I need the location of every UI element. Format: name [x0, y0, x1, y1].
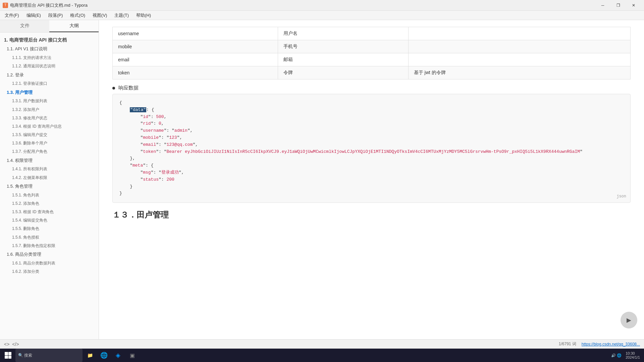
word-count: 1/6791 词	[559, 341, 576, 347]
sidebar-item[interactable]: 1.2.1. 登录验证接口	[0, 79, 99, 88]
bottombar: <> </> 1/6791 词 https://blog.csdn.net/qq…	[0, 339, 644, 349]
code-block: { "data": { "id": 500, "rid": 0, "userna…	[112, 94, 631, 203]
table-cell: mobile	[113, 40, 278, 53]
sidebar-item[interactable]: 1.5.2. 添加角色	[0, 199, 99, 208]
sidebar-item[interactable]: 1.6.2. 添加分类	[0, 267, 99, 276]
menu-item-F[interactable]: 文件(F)	[1, 12, 22, 19]
taskbar-app4[interactable]: ▣	[125, 349, 139, 362]
table-cell	[408, 27, 630, 40]
menu-item-E[interactable]: 编辑(E)	[23, 12, 44, 19]
menubar: 文件(F)编辑(E)段落(P)格式(O)视图(V)主题(T)帮助(H)	[0, 11, 644, 20]
taskbar-vscode[interactable]: ◈	[111, 349, 125, 362]
system-tray: 🔊 🌐	[611, 353, 622, 358]
sidebar-item[interactable]: 1.3.3. 修改用户状态	[0, 114, 99, 122]
start-button[interactable]	[1, 349, 15, 362]
window-controls: ─ ❐ ✕	[595, 0, 641, 11]
video-icon[interactable]: ▶	[621, 312, 637, 328]
table-cell	[408, 53, 630, 66]
tab-outline[interactable]: 大纲	[49, 20, 99, 32]
table-cell: 令牌	[278, 66, 408, 79]
code-lang-badge: json	[616, 193, 626, 200]
main-content: username用户名mobile手机号email邮箱token令牌基于 jwt…	[99, 20, 644, 339]
sidebar-item[interactable]: 1.5.7. 删除角色指定权限	[0, 242, 99, 250]
app-icon: T	[3, 3, 8, 8]
close-button[interactable]: ✕	[626, 0, 641, 11]
sidebar: 文件 大纲 1. 电商管理后台 API 接口文档1.1. API V1 接口说明…	[0, 20, 99, 339]
sidebar-item[interactable]: 1.5.5. 删除角色	[0, 225, 99, 233]
clock: 10:302024/1/1	[626, 351, 640, 359]
taskbar-browser[interactable]: 🌐	[97, 349, 111, 362]
sidebar-item[interactable]: 1.6.1. 商品分类数据列表	[0, 259, 99, 267]
sidebar-item[interactable]: 1.3.6. 删除单个用户	[0, 139, 99, 147]
table-cell: email	[113, 53, 278, 66]
tab-file[interactable]: 文件	[0, 20, 49, 32]
sidebar-item[interactable]: 1.1.1. 支持的请求方法	[0, 54, 99, 62]
sidebar-item[interactable]: 1.3.2. 添加用户	[0, 106, 99, 114]
sidebar-item[interactable]: 1.6. 商品分类管理	[0, 250, 99, 259]
sidebar-content[interactable]: 1. 电商管理后台 API 接口文档1.1. API V1 接口说明1.1.1.…	[0, 33, 99, 339]
menu-item-T[interactable]: 主题(T)	[111, 12, 132, 19]
window-title: 电商管理后台 API 接口文档.md - Typora	[10, 2, 88, 8]
taskbar-search[interactable]: 🔍 搜索	[15, 349, 83, 362]
tag-icon[interactable]: </>	[12, 342, 19, 347]
table-cell: username	[113, 27, 278, 40]
table-cell: 基于 jwt 的令牌	[408, 66, 630, 79]
titlebar-left: T 电商管理后台 API 接口文档.md - Typora	[3, 2, 88, 8]
sidebar-item[interactable]: 1.4. 权限管理	[0, 156, 99, 165]
bottombar-right: 1/6791 词 https://blog.csdn.net/qq_33608.…	[559, 341, 640, 347]
sidebar-item[interactable]: 1.5.6. 角色授权	[0, 233, 99, 242]
sidebar-item[interactable]: 1.5.4. 编辑提交角色	[0, 216, 99, 225]
sidebar-item[interactable]: 1.5.3. 根据 ID 查询角色	[0, 208, 99, 216]
bottombar-left: <> </>	[4, 342, 19, 347]
sidebar-item[interactable]: 1.5. 角色管理	[0, 182, 99, 191]
minimize-button[interactable]: ─	[595, 0, 610, 11]
titlebar: T 电商管理后台 API 接口文档.md - Typora ─ ❐ ✕	[0, 0, 644, 11]
table-cell: 手机号	[278, 40, 408, 53]
sidebar-item[interactable]: 1.3.5. 编辑用户提交	[0, 131, 99, 139]
content-wrapper: 文件 大纲 1. 电商管理后台 API 接口文档1.1. API V1 接口说明…	[0, 20, 644, 339]
table-cell: 用户名	[278, 27, 408, 40]
menu-item-P[interactable]: 段落(P)	[45, 12, 66, 19]
code-icon[interactable]: <>	[4, 342, 9, 347]
taskbar: 🔍 搜索 📁 🌐 ◈ ▣ 🔊 🌐 10:302024/1/1	[0, 349, 644, 362]
bullet-icon	[112, 87, 115, 89]
menu-item-V[interactable]: 视图(V)	[89, 12, 110, 19]
table-cell: token	[113, 66, 278, 79]
table-cell: 邮箱	[278, 53, 408, 66]
sidebar-item[interactable]: 1.3.4. 根据 ID 查询用户信息	[0, 122, 99, 131]
sidebar-item[interactable]: 1.3.7. 分配用户角色	[0, 147, 99, 156]
response-data-label: 响应数据	[112, 85, 631, 91]
sidebar-tabs: 文件 大纲	[0, 20, 99, 33]
sidebar-item[interactable]: 1.4.2. 左侧菜单权限	[0, 174, 99, 182]
maximize-button[interactable]: ❐	[610, 0, 626, 11]
url-link[interactable]: https://blog.csdn.net/qq_33608...	[582, 342, 640, 347]
taskbar-file-explorer[interactable]: 📁	[83, 349, 97, 362]
table-cell	[408, 40, 630, 53]
sidebar-item[interactable]: 1.3.1. 用户数据列表	[0, 97, 99, 105]
params-table: username用户名mobile手机号email邮箱token令牌基于 jwt…	[112, 27, 631, 79]
sidebar-item[interactable]: 1.1.2. 通用返回状态说明	[0, 62, 99, 70]
sidebar-item[interactable]: 1.3. 用户管理	[0, 88, 99, 97]
menu-item-H[interactable]: 帮助(H)	[133, 12, 154, 19]
sidebar-item[interactable]: 1.4.1. 所有权限列表	[0, 165, 99, 173]
sidebar-item[interactable]: 1. 电商管理后台 API 接口文档	[0, 35, 99, 45]
taskbar-right: 🔊 🌐 10:302024/1/1	[611, 351, 643, 359]
section-heading: １３．田卢管理	[112, 209, 631, 220]
sidebar-item[interactable]: 1.2. 登录	[0, 71, 99, 80]
menu-item-O[interactable]: 格式(O)	[67, 12, 89, 19]
sidebar-item[interactable]: 1.1. API V1 接口说明	[0, 45, 99, 54]
sidebar-item[interactable]: 1.5.1. 角色列表	[0, 191, 99, 199]
